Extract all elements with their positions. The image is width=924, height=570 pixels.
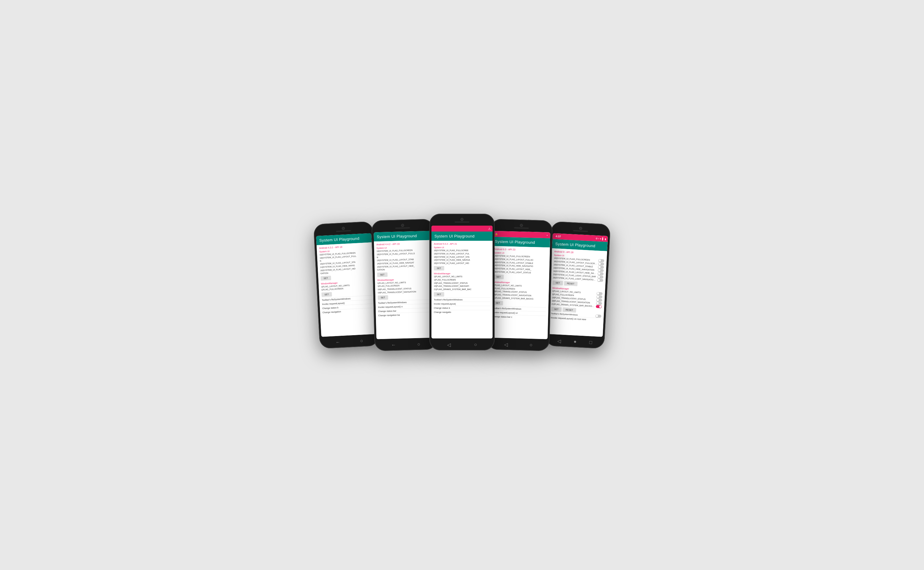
set-button-5b[interactable]: SET	[551, 306, 561, 312]
toggle-3[interactable]	[598, 265, 604, 269]
set-button-5[interactable]: SET	[553, 280, 563, 286]
flag-row: 16|SYSTEM_UI_FLAG_LAYOUT_STA	[434, 256, 490, 259]
toggle-wm-3[interactable]	[596, 298, 602, 302]
toggle-toolbar[interactable]	[595, 314, 601, 318]
gear-icon: ⚙	[596, 237, 597, 240]
nav-bar-5: ●	[545, 335, 605, 349]
toolbar-2: System UI Playground	[374, 231, 432, 241]
screen-1: System UI Playground Android 4.3.1 - API…	[316, 233, 377, 337]
home-button-3[interactable]	[474, 342, 477, 347]
home-button-1[interactable]	[360, 338, 363, 343]
nav-bar-1	[319, 335, 379, 349]
home-button-4[interactable]	[530, 342, 533, 348]
toolbar-fits-3: Toolbar's fitsSystemWindows	[434, 297, 490, 302]
screen-5: 4:37 ⚙ ▪ ▾ ▌ ▮ System UI Playground Andr…	[547, 233, 608, 337]
wm-label-3: WindowManager	[434, 272, 490, 275]
recent-button-5[interactable]	[589, 340, 592, 345]
screen-4: 🔒 ▪ System UI Playground Android 6.0 - A…	[489, 231, 550, 339]
nav-bar-3	[429, 339, 495, 350]
flag-row: 1|FLAG_LAYOUT_NO_LIMITS	[434, 275, 490, 278]
flag-row: 1|FLAG_FULLSCREEN	[434, 279, 490, 282]
toolbar-title-4: System UI Playground	[495, 239, 547, 245]
toolbar-title-1: System UI Playground	[319, 236, 369, 243]
change-nav-3[interactable]: Change navigatio	[434, 310, 490, 314]
back-button-2[interactable]	[391, 342, 396, 348]
status-bar-3: ⚠	[431, 225, 493, 231]
flag-row: 16|SYSTEM_UI_FLAG_LAYOUT_HID	[434, 262, 490, 265]
speaker-1	[336, 230, 351, 232]
toggle-6[interactable]	[597, 275, 603, 279]
set-button-1[interactable]: SET	[321, 276, 331, 280]
flag-row: 16|SYSTEM_UI_FLAG_FULLSCREE	[434, 249, 490, 252]
phone-2: System UI Playground Android 4.4.2 - API…	[371, 219, 437, 351]
version-3: Android 5.0.2 - API 21	[434, 242, 490, 245]
toolbar-title-3: System UI Playground	[434, 234, 490, 238]
system-ui-label-3: System UI	[434, 246, 490, 249]
time-display: 4:37	[556, 235, 561, 238]
sd-card-icon: ▪	[599, 237, 599, 240]
set-button-3b[interactable]: SET	[434, 292, 444, 297]
toggle-wm-5[interactable]	[596, 305, 602, 308]
toolbar-title-2: System UI Playground	[377, 233, 429, 239]
reset-button-5[interactable]: RESET	[564, 281, 577, 286]
flag-row: 21|FLAG_DRAWS_SYSTEM_BAR_BAC	[434, 288, 490, 291]
reset-button-5b[interactable]: RESET	[563, 307, 576, 312]
flag-row: 16|SYSTEM_UI_FLAG_LAYOUT_FUL	[434, 252, 490, 255]
toolbar-title-5: System UI Playground	[555, 242, 605, 249]
flag-row: 16|SYSTEM_UI_FLAG_LAYOUT_HIDE_GATION	[377, 264, 430, 271]
nav-bar-4	[487, 338, 550, 351]
flag-row: 19|FLAG_TRANSLUCENT_STATUS	[434, 282, 490, 285]
nav-bar-2	[374, 338, 437, 351]
set-button-2b[interactable]: SET	[378, 295, 388, 300]
back-button-5[interactable]	[557, 338, 561, 344]
speaker-5	[573, 230, 588, 232]
phone-3: ⚠ System UI Playground Android 5.0.2 - A…	[429, 214, 495, 350]
set-button-3[interactable]: SET	[434, 266, 444, 270]
content-2[interactable]: Android 4.4.2 - API 19 System UI 16|SYST…	[374, 240, 435, 339]
screen-2: System UI Playground Android 4.4.2 - API…	[374, 231, 434, 339]
content-4[interactable]: Android 6.0 - API 23 System UI 16|SYSTEM…	[489, 246, 550, 339]
toggle-7[interactable]	[597, 279, 603, 282]
back-button-1[interactable]	[335, 339, 341, 345]
back-button-3[interactable]	[447, 342, 451, 348]
phone-1: System UI Playground Android 4.3.1 - API…	[313, 221, 379, 349]
version-2: Android 4.4.2 - API 19	[376, 242, 430, 246]
set-button-4[interactable]: SET	[493, 274, 504, 279]
home-button-5[interactable]: ●	[574, 339, 577, 345]
speaker-2	[395, 227, 410, 228]
toggle-2[interactable]	[598, 262, 604, 266]
warning-icon: ⚠	[488, 227, 491, 230]
invoke-btn-3[interactable]: Invoke requestLayout(	[434, 302, 490, 306]
signal-icon: ▌	[602, 238, 604, 240]
wifi-icon: ▾	[600, 237, 601, 240]
toggle-wm-4[interactable]	[596, 302, 602, 305]
battery-icon: ▮	[605, 238, 606, 240]
toggle-wm-2[interactable]	[596, 295, 602, 298]
phone-4: 🔒 ▪ System UI Playground Android 6.0 - A…	[487, 219, 553, 351]
set-button-1b[interactable]: SET	[321, 292, 332, 297]
toggle-wm-1[interactable]	[596, 292, 602, 295]
sd-icon: ▪	[547, 234, 547, 237]
toggle-5[interactable]	[597, 272, 603, 275]
speaker-4	[514, 227, 529, 228]
phone-5: 4:37 ⚙ ▪ ▾ ▌ ▮ System UI Playground Andr…	[545, 221, 611, 349]
toolbar-4: System UI Playground	[492, 237, 550, 247]
phones-container: System UI Playground Android 4.3.1 - API…	[308, 217, 616, 353]
content-3[interactable]: Android 5.0.2 - API 21 System UI 16|SYST…	[431, 241, 493, 339]
status-icons: ⚙ ▪ ▾ ▌ ▮	[596, 237, 606, 240]
screen-3: ⚠ System UI Playground Android 5.0.2 - A…	[431, 225, 493, 339]
toggle-1[interactable]	[598, 259, 604, 262]
toolbar-3: System UI Playground	[431, 231, 493, 241]
speaker-3	[455, 221, 469, 223]
toggle-4[interactable]	[597, 269, 603, 272]
content-1[interactable]: Android 4.3.1 - API 18 System UI 16|SYST…	[317, 242, 377, 337]
set-button-2[interactable]: SET	[377, 272, 388, 277]
flag-row: 19|FLAG_TRANSLUCENT_NAVIGATI	[434, 285, 490, 288]
lock-icon: 🔒	[495, 233, 498, 235]
flag-row: 14|SYSTEM_UI_FLAG_HIDE_NAVIGA	[434, 259, 490, 262]
back-button-4[interactable]	[504, 342, 508, 347]
home-button-2[interactable]	[417, 342, 420, 347]
version-4: Android 6.0 - API 23	[494, 248, 547, 252]
change-status-3[interactable]: Change status b	[434, 306, 490, 310]
content-5[interactable]: Android 9 - API 28 System UI 16|SYSTEM_U…	[547, 248, 607, 337]
